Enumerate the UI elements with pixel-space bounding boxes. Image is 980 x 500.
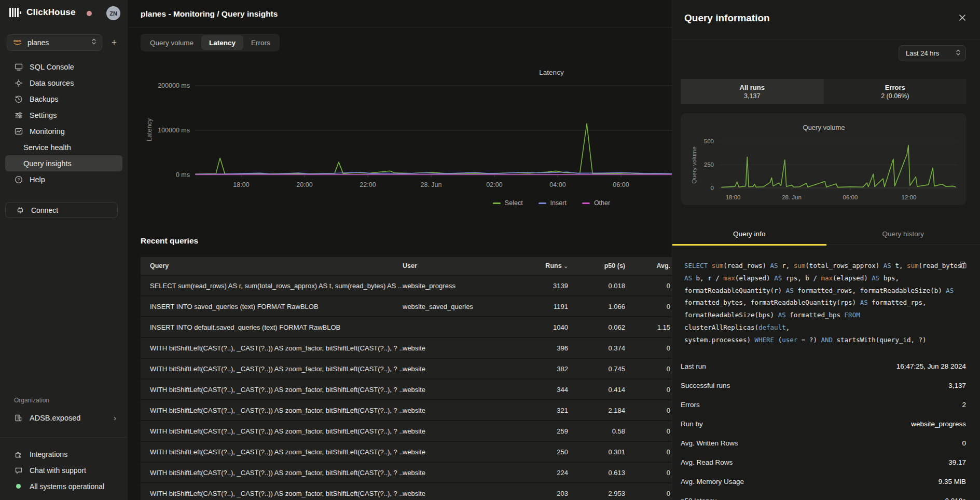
sidebar-item-label: Monitoring — [30, 127, 65, 136]
data-sources-icon — [14, 78, 23, 87]
cell-runs: 250 — [527, 448, 576, 456]
tab-query-info[interactable]: Query info — [672, 223, 826, 245]
query-volume-chart[interactable]: 025050018:0028. Jun06:0012:00Query volum… — [681, 113, 967, 205]
cell-runs: 259 — [527, 427, 576, 435]
svg-text:Latency: Latency — [146, 118, 153, 141]
svg-text:200000 ms: 200000 ms — [158, 82, 190, 89]
legend-swatch — [582, 202, 590, 204]
code-line: AS b, r / max(elapsed) AS rps, b / max(e… — [684, 272, 969, 285]
org-switcher[interactable]: ADSB.exposed › — [5, 410, 122, 426]
code-line: SELECT sum(read_rows) AS r, sum(total_ro… — [684, 260, 969, 272]
cell-user: website — [403, 344, 527, 352]
sidebar-item-integrations[interactable]: Integrations — [5, 446, 122, 462]
cell-query: WITH bitShiftLeft(CAST(?..), _CAST(?..))… — [141, 427, 403, 435]
svg-text:28. Jun: 28. Jun — [420, 181, 441, 188]
stat-value: 3,137 — [948, 382, 966, 389]
page-title: planes - Monitoring / Query insights — [141, 9, 278, 19]
tab-latency[interactable]: Latency — [201, 35, 243, 50]
toggle-all-runs[interactable]: All runs 3,137 — [681, 79, 824, 104]
chart-tabs: Query volume Latency Errors — [141, 34, 280, 51]
sidebar-item-monitoring[interactable]: Monitoring — [5, 123, 122, 139]
puzzle-icon — [14, 450, 23, 458]
cell-p50: 0.414 — [576, 386, 633, 394]
sidebar-item-backups[interactable]: Backups — [5, 91, 122, 107]
stat-row: p50 latency 0.018s — [681, 491, 966, 500]
sidebar-item-help[interactable]: ? Help — [5, 171, 122, 187]
cell-p50: 0.374 — [576, 344, 633, 352]
cell-user: website — [403, 448, 527, 456]
sidebar-item-service-health[interactable]: Service health — [5, 139, 122, 155]
column-header-runs[interactable]: Runs⌄ — [527, 262, 576, 269]
time-range-select[interactable]: Last 24 hrs — [899, 45, 966, 61]
sidebar-footer: Integrations Chat with support All syste… — [5, 446, 122, 494]
building-icon — [14, 413, 23, 422]
app-sidebar: ClickHouse ZN aws planes + SQL Console D… — [0, 0, 128, 500]
cell-runs: 1191 — [527, 303, 576, 310]
legend-item-select[interactable]: Select — [493, 199, 523, 207]
panel-tabs: Query info Query history — [672, 223, 980, 245]
cell-query: WITH bitShiftLeft(CAST(?..), _CAST(?..))… — [141, 407, 403, 414]
cell-runs: 321 — [527, 407, 576, 414]
tab-query-history[interactable]: Query history — [826, 223, 980, 245]
tab-query-volume[interactable]: Query volume — [142, 35, 201, 50]
legend-swatch — [493, 202, 501, 204]
stat-row: Avg. Memory Usage 9.35 MiB — [681, 472, 966, 491]
code-line: formatReadableSize(bps) AS formatted_bps… — [684, 309, 969, 334]
toggle-label: Errors — [885, 84, 905, 91]
tab-errors[interactable]: Errors — [243, 35, 278, 50]
user-avatar[interactable]: ZN — [106, 6, 120, 20]
legend-swatch — [539, 202, 546, 204]
connect-button[interactable]: Connect — [5, 202, 118, 218]
cell-p50: 1.066 — [576, 303, 633, 310]
sidebar-item-query-insights[interactable]: Query insights — [5, 155, 122, 171]
svg-text:04:00: 04:00 — [549, 181, 565, 188]
sql-code-block[interactable]: SELECT sum(read_rows) AS r, sum(total_ro… — [684, 260, 969, 346]
sidebar-divider — [0, 437, 128, 438]
stat-row: Avg. Written Rows 0 — [681, 434, 966, 453]
close-button[interactable] — [956, 12, 969, 25]
legend-item-insert[interactable]: Insert — [539, 199, 567, 207]
svg-text:02:00: 02:00 — [486, 181, 502, 188]
cell-query: SELECT sum(read_rows) AS r, sum(total_ro… — [141, 282, 403, 290]
copy-button[interactable] — [959, 261, 969, 271]
sidebar-item-sql-console[interactable]: SQL Console — [5, 59, 122, 75]
org-name: ADSB.exposed — [30, 414, 80, 422]
notification-dot[interactable] — [87, 11, 92, 16]
chat-icon — [14, 466, 23, 475]
add-service-button[interactable]: + — [108, 36, 120, 49]
stat-value: 0.018s — [945, 497, 966, 500]
sidebar-item-label: Backups — [30, 95, 59, 103]
cell-runs: 203 — [527, 490, 576, 497]
cell-p50: 0.58 — [576, 427, 633, 435]
sidebar-item-label: Data sources — [30, 79, 74, 87]
toggle-value: 3,137 — [744, 92, 760, 100]
svg-text:0: 0 — [711, 185, 714, 191]
cell-p50: 2.953 — [576, 490, 633, 497]
cell-query: WITH bitShiftLeft(CAST(?..), _CAST(?..))… — [141, 448, 403, 456]
sidebar-item-chat-support[interactable]: Chat with support — [5, 462, 122, 478]
column-header-query[interactable]: Query — [141, 262, 403, 269]
legend-item-other[interactable]: Other — [582, 199, 610, 207]
stat-label: Run by — [681, 420, 703, 428]
svg-text:22:00: 22:00 — [360, 181, 376, 188]
stat-label: Avg. Memory Usage — [681, 478, 744, 485]
cell-runs: 224 — [527, 469, 576, 477]
system-status-indicator[interactable]: All systems operational — [5, 478, 122, 494]
sidebar-item-settings[interactable]: Settings — [5, 107, 122, 123]
cell-p50: 0.613 — [576, 469, 633, 477]
cell-query: WITH bitShiftLeft(CAST(?..), _CAST(?..))… — [141, 344, 403, 352]
legend-label: Other — [594, 199, 610, 207]
cell-query: WITH bitShiftLeft(CAST(?..), _CAST(?..))… — [141, 490, 403, 497]
sidebar-item-data-sources[interactable]: Data sources — [5, 75, 122, 91]
chevron-right-icon: › — [114, 413, 122, 422]
column-header-p50[interactable]: p50 (s) — [576, 262, 633, 269]
column-header-user[interactable]: User — [403, 262, 527, 269]
cell-query: WITH bitShiftLeft(CAST(?..), _CAST(?..))… — [141, 469, 403, 477]
stat-value: 16:47:25, Jun 28 2024 — [896, 362, 966, 370]
toggle-errors[interactable]: Errors 2 (0.06%) — [824, 79, 967, 104]
service-selector[interactable]: aws planes — [7, 34, 102, 51]
stat-row: Last run 16:47:25, Jun 28 2024 — [681, 357, 966, 376]
settings-icon — [14, 111, 23, 119]
service-name: planes — [27, 38, 91, 47]
toggle-label: All runs — [740, 84, 765, 91]
